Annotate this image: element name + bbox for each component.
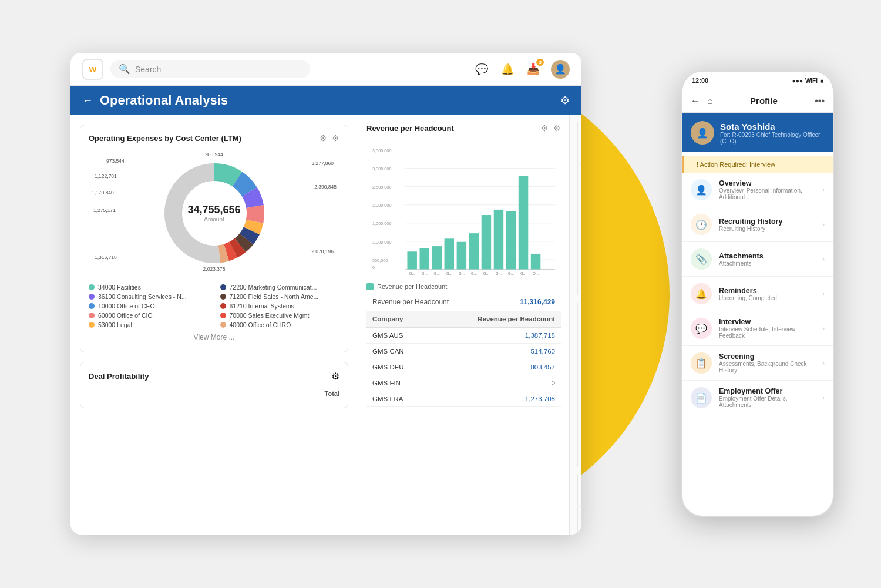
legend-item-field-sales: 71200 Field Sales - North Ame... bbox=[220, 293, 340, 300]
report-item-more-4[interactable]: More (4) › bbox=[577, 267, 581, 295]
svg-text:1,500,000: 1,500,000 bbox=[372, 221, 391, 226]
revenue-filter-icon[interactable]: ⚙ bbox=[541, 123, 549, 133]
filter-icon[interactable]: ⚙ bbox=[320, 133, 327, 143]
chat-icon-button[interactable]: 💬 bbox=[473, 61, 490, 78]
workday-logo[interactable]: w bbox=[82, 59, 103, 80]
legend-text: Revenue per Headcount bbox=[377, 283, 447, 290]
screening-icon: 📋 bbox=[691, 352, 712, 374]
view-more-button[interactable]: View More ... bbox=[89, 328, 339, 344]
phone-back-button[interactable]: ← bbox=[691, 96, 700, 106]
company-value[interactable]: 803,457 bbox=[430, 359, 561, 375]
company-value[interactable]: 514,760 bbox=[430, 344, 561, 359]
menu-item-reminders[interactable]: 🔔 Reminders Upcoming, Completed › bbox=[682, 277, 833, 311]
action-required-text: ! Action Required: Interview bbox=[697, 161, 775, 168]
donut-center-value: 34,755,656 Amount bbox=[187, 204, 240, 223]
menu-title-reminders: Reminders bbox=[719, 287, 815, 295]
back-button[interactable]: ← bbox=[82, 95, 93, 107]
phone-menu-list: 👤 Overview Overview, Personal Informatio… bbox=[682, 173, 833, 415]
company-value[interactable]: 1,387,718 bbox=[430, 328, 561, 344]
report-item-actual-vs-budget[interactable]: Actual vs Budget v... › bbox=[577, 507, 581, 535]
menu-item-attachments[interactable]: 📎 Attachments Attachments › bbox=[682, 242, 833, 277]
menu-item-employment-offer[interactable]: 📄 Employment Offer Employment Offer Deta… bbox=[682, 381, 833, 415]
profile-name: Sota Yoshida bbox=[720, 122, 825, 132]
chart-legend: 34000 Facilities 72200 Marketing Communi… bbox=[89, 284, 339, 328]
report-item-income-statement[interactable]: Income Statement - 5 Qtr Trend › bbox=[577, 164, 581, 209]
widget-title: Operating Expenses by Cost Center (LTM) bbox=[89, 134, 241, 143]
callout-label-10: 960,944 bbox=[205, 152, 223, 157]
overview-icon: 👤 bbox=[691, 179, 712, 200]
menu-item-screening[interactable]: 📋 Screening Assessments, Background Chec… bbox=[682, 346, 833, 381]
table-header-company: Company bbox=[366, 311, 430, 328]
legend-label-field-sales: 71200 Field Sales - North Ame... bbox=[230, 293, 319, 300]
legend-dot-legal bbox=[89, 322, 95, 328]
profile-info: Sota Yoshida For: R-00293 Chief Technolo… bbox=[720, 122, 825, 145]
menu-subtitle-screening: Assessments, Background Check History bbox=[719, 361, 815, 374]
svg-text:G...: G... bbox=[409, 271, 416, 275]
svg-text:G...: G... bbox=[508, 271, 515, 275]
search-bar[interactable]: 🔍 Search bbox=[110, 60, 310, 78]
section-header-monthly: 📋 Monthly Reporting Binder bbox=[577, 123, 581, 164]
legend-label-internal: 61210 Internal Systems bbox=[230, 303, 294, 310]
tablet-device: w 🔍 Search 💬 🔔 📥 3 👤 ← Operational Analy… bbox=[70, 53, 581, 535]
page-title: Operational Analysis bbox=[100, 93, 560, 108]
company-value[interactable]: 1,273,708 bbox=[430, 391, 561, 407]
report-item-more-3[interactable]: More (3) › bbox=[577, 438, 581, 466]
section-header-balance: 📋 Balance Sheet bbox=[577, 303, 581, 335]
menu-item-overview[interactable]: 👤 Overview Overview, Personal Informatio… bbox=[682, 173, 833, 207]
donut-total: 34,755,656 bbox=[187, 204, 240, 216]
report-item-ar-rep[interactable]: AR by Rep › bbox=[577, 372, 581, 409]
reminders-icon: 🔔 bbox=[691, 283, 712, 304]
section-header-income: 📋 Income Statem... bbox=[577, 475, 581, 507]
deal-profitability-widget: Deal Profitability ⚙ Total bbox=[80, 362, 348, 408]
legend-item-internal: 61210 Internal Systems bbox=[220, 303, 340, 310]
callout-label-4: 2,023,378 bbox=[203, 266, 226, 272]
report-item-consolidated-income[interactable]: Consolidated Income... › bbox=[577, 238, 581, 267]
deal-settings-icon[interactable]: ⚙ bbox=[331, 371, 339, 382]
legend-item-facilities: 34000 Facilities bbox=[89, 284, 209, 291]
callout-label-6: 1,275,171 bbox=[93, 207, 116, 213]
page-settings-icon[interactable]: ⚙ bbox=[560, 94, 570, 107]
report-item-consol-balance[interactable]: Consolidated Balanc... › bbox=[577, 409, 581, 438]
bar-chart-svg: 3,500,000 3,000,000 2,500,000 2,000,000 … bbox=[372, 139, 555, 280]
gear-icon[interactable]: ⚙ bbox=[332, 133, 339, 143]
svg-rect-40 bbox=[482, 215, 491, 269]
metric-label: Revenue per Headcount bbox=[372, 298, 449, 306]
table-row: GMS AUS 1,387,718 bbox=[366, 328, 561, 344]
table-row: GMS FRA 1,273,708 bbox=[366, 391, 561, 407]
metric-value: 11,316,429 bbox=[520, 298, 555, 306]
menu-subtitle-reminders: Upcoming, Completed bbox=[719, 295, 815, 301]
company-name: GMS DEU bbox=[366, 359, 430, 375]
phone-status-bar: 12:00 ●●● WiFi ■ bbox=[682, 72, 833, 89]
notifications-icon-button[interactable]: 🔔 bbox=[499, 61, 516, 78]
inbox-icon-button[interactable]: 📥 3 bbox=[525, 61, 542, 78]
legend-dot-marketing bbox=[220, 284, 226, 290]
interview-icon: 💬 bbox=[691, 318, 712, 339]
legend-dot-ceo bbox=[89, 303, 95, 309]
phone-home-button[interactable]: ⌂ bbox=[707, 96, 713, 106]
report-item-balance-sheet[interactable]: Consolidated Balance S... › bbox=[577, 209, 581, 238]
menu-item-interview[interactable]: 💬 Interview Interview Schedule, Intervie… bbox=[682, 311, 833, 346]
report-item-ar-aging[interactable]: AR Aging Analysis › bbox=[577, 335, 581, 372]
revenue-widget: Revenue per Headcount ⚙ ⚙ 3,500,000 3,00… bbox=[358, 115, 569, 415]
menu-title-attachments: Attachments bbox=[719, 252, 815, 260]
deal-widget-header: Deal Profitability ⚙ bbox=[89, 371, 339, 382]
svg-rect-28 bbox=[407, 251, 416, 269]
menu-title-overview: Overview bbox=[719, 179, 815, 187]
legend-label-cio: 60000 Office of CIO bbox=[98, 312, 153, 319]
revenue-widget-title: Revenue per Headcount bbox=[366, 124, 454, 133]
svg-text:G...: G... bbox=[520, 271, 527, 275]
warning-icon: ! bbox=[691, 161, 693, 168]
profile-header: 👤 Sota Yoshida For: R-00293 Chief Techno… bbox=[682, 113, 833, 152]
menu-item-recruiting-history[interactable]: 🕐 Recruiting History Recruiting History … bbox=[682, 207, 833, 242]
company-name: GMS CAN bbox=[366, 344, 430, 359]
chevron-right-icon: › bbox=[822, 290, 825, 298]
revenue-gear-icon[interactable]: ⚙ bbox=[553, 123, 561, 133]
phone-page-title: Profile bbox=[720, 96, 808, 106]
user-avatar[interactable]: 👤 bbox=[551, 60, 570, 79]
profile-role: For: R-00293 Chief Technology Officer (C… bbox=[720, 132, 825, 145]
legend-item-consulting: 36100 Consulting Services - N... bbox=[89, 293, 209, 300]
legend-dot-cio bbox=[89, 313, 95, 318]
menu-title-screening: Screening bbox=[719, 352, 815, 361]
phone-more-button[interactable]: ••• bbox=[815, 96, 825, 106]
menu-text-overview: Overview Overview, Personal Information,… bbox=[719, 179, 815, 200]
